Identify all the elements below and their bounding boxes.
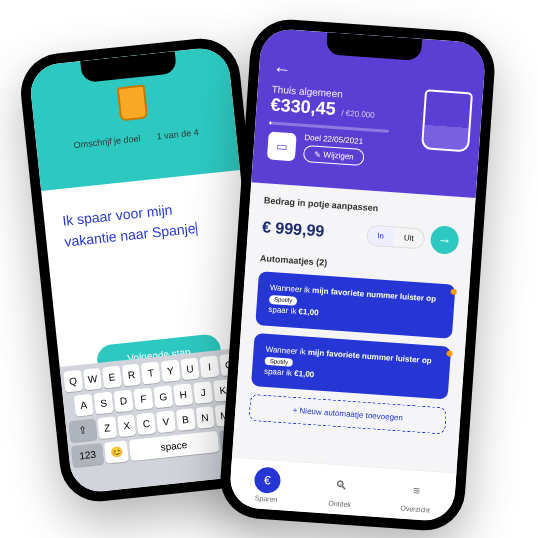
step-count: 1 van de 4 bbox=[156, 127, 199, 141]
page-title: Omschrijf je doel bbox=[73, 133, 141, 150]
list-icon: ≡ bbox=[403, 477, 431, 505]
key-d[interactable]: D bbox=[113, 390, 133, 413]
key-n[interactable]: N bbox=[195, 406, 215, 429]
search-icon: 🔍︎ bbox=[327, 471, 355, 499]
nav-sparen[interactable]: € Sparen bbox=[253, 466, 281, 503]
key-a[interactable]: A bbox=[74, 394, 94, 417]
text-cursor bbox=[195, 222, 197, 236]
key-f[interactable]: F bbox=[133, 388, 153, 411]
toggle-out[interactable]: Uit bbox=[393, 227, 424, 248]
key-b[interactable]: B bbox=[176, 408, 196, 431]
space-key[interactable]: space bbox=[128, 431, 219, 461]
key-g[interactable]: G bbox=[153, 385, 173, 408]
goal-input-area[interactable]: Ik spaar voor mijn vakantie naar Spanje bbox=[41, 170, 257, 350]
key-t[interactable]: T bbox=[141, 362, 161, 385]
key-j[interactable]: J bbox=[193, 381, 213, 404]
key-s[interactable]: S bbox=[94, 392, 114, 415]
key-c[interactable]: C bbox=[136, 412, 156, 435]
add-automation-button[interactable]: + Nieuw automaatje toevoegen bbox=[249, 394, 447, 435]
key-w[interactable]: W bbox=[83, 368, 103, 391]
key-r[interactable]: R bbox=[122, 364, 142, 387]
automation-rule-card[interactable]: Wanneer ik mijn favoriete nummer luister… bbox=[255, 271, 455, 338]
edit-button[interactable]: ✎ Wijzigen bbox=[303, 145, 365, 166]
submit-arrow-button[interactable]: → bbox=[430, 225, 460, 255]
spotify-badge: Spotify bbox=[269, 295, 298, 305]
toggle-in[interactable]: In bbox=[367, 225, 395, 246]
key-i[interactable]: I bbox=[200, 355, 220, 378]
key-q[interactable]: Q bbox=[63, 370, 83, 393]
emoji-key[interactable]: 😊 bbox=[104, 440, 128, 463]
automation-rule-card[interactable]: Wanneer ik mijn favoriete nummer luister… bbox=[251, 333, 451, 400]
key-u[interactable]: U bbox=[180, 358, 200, 381]
shift-key[interactable]: ⇧ bbox=[68, 419, 97, 443]
goal-detail-body: Bedrag in potje aanpassen € 999,99 In Ui… bbox=[231, 182, 476, 487]
jar-icon bbox=[117, 85, 148, 122]
adjust-amount-input[interactable]: € 999,99 bbox=[261, 218, 361, 243]
key-x[interactable]: X bbox=[117, 414, 137, 437]
goal-date: Doel 22/05/2021 bbox=[304, 133, 366, 146]
nav-overzicht[interactable]: ≡ Overzicht bbox=[400, 477, 432, 514]
spotify-badge: Spotify bbox=[265, 357, 294, 367]
euro-icon: € bbox=[253, 466, 281, 494]
phone-right: ← Thuis algemeen €330,45 / €20.000 ▭ Doe… bbox=[218, 17, 497, 533]
progress-fill bbox=[269, 121, 272, 124]
phone-right-screen: ← Thuis algemeen €330,45 / €20.000 ▭ Doe… bbox=[229, 28, 487, 523]
numbers-key[interactable]: 123 bbox=[71, 443, 104, 467]
nav-ontdek[interactable]: 🔍︎ Ontdek bbox=[327, 471, 355, 508]
in-out-toggle[interactable]: In Uit bbox=[366, 224, 426, 249]
target-amount: / €20.000 bbox=[341, 108, 375, 119]
key-y[interactable]: Y bbox=[161, 360, 181, 383]
jar-illustration-icon bbox=[421, 89, 473, 152]
key-v[interactable]: V bbox=[156, 410, 176, 433]
card-icon[interactable]: ▭ bbox=[267, 131, 297, 161]
key-z[interactable]: Z bbox=[97, 416, 117, 439]
key-h[interactable]: H bbox=[173, 383, 193, 406]
key-e[interactable]: E bbox=[102, 366, 122, 389]
